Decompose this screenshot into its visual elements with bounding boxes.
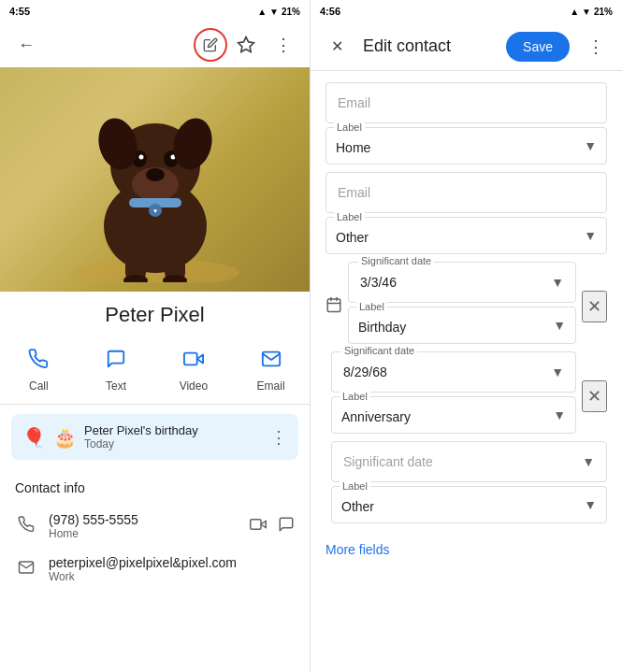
video-call-icon[interactable] xyxy=(250,516,267,537)
contact-name-section: Peter Pixel xyxy=(0,292,310,335)
wifi-icon: ▼ xyxy=(269,7,279,17)
date2-label: Significant date xyxy=(341,345,417,356)
date1-type-dropdown[interactable]: Label Birthday ▼ xyxy=(348,307,576,344)
signal-icon: ▲ xyxy=(257,7,267,17)
top-bar-left: ← ⋮ xyxy=(0,22,310,67)
phone-actions xyxy=(250,516,295,537)
birthday-cake-icon: 🎂 xyxy=(53,426,77,449)
left-panel: 4:55 ▲ ▼ 21% ← ⋮ xyxy=(0,0,311,672)
action-bar: Call Text Video xyxy=(0,335,310,405)
email1-label-value: Home xyxy=(336,136,370,155)
date1-field-wrapper: Significant date 3/3/46 ▼ Label Birthday… xyxy=(348,262,576,351)
edit-contact-title: Edit contact xyxy=(363,36,499,56)
chevron-down-icon-2: ▼ xyxy=(584,228,597,243)
email1-field: Email xyxy=(325,82,607,123)
video-label: Video xyxy=(180,379,208,393)
email2-input[interactable]: Email xyxy=(325,172,607,213)
birthday-title: Peter Pixel's birthday xyxy=(84,423,263,437)
svg-rect-23 xyxy=(327,299,340,312)
chevron-down-icon-3: ▼ xyxy=(553,318,566,333)
date2-field: Significant date 8/29/68 ▼ xyxy=(331,351,576,393)
svg-marker-21 xyxy=(261,521,266,528)
email1-input[interactable]: Email xyxy=(325,82,607,123)
time-right: 4:56 xyxy=(320,6,340,17)
date1-value: 3/3/46 xyxy=(360,275,551,290)
contact-name: Peter Pixel xyxy=(105,303,204,326)
email1-label-header: Label xyxy=(334,122,365,133)
email-row: peterpixel@pixelpixel&pixel.com Work xyxy=(15,548,295,591)
star-icon xyxy=(237,36,255,54)
video-action[interactable]: Video xyxy=(177,342,210,393)
date2-type-dropdown[interactable]: Label Anniversary ▼ xyxy=(331,396,576,434)
balloon-icon: 🎈 xyxy=(22,426,46,449)
sms-icon[interactable] xyxy=(278,516,295,537)
chevron-down-icon-4: ▼ xyxy=(553,407,566,422)
battery-left: 21% xyxy=(282,7,300,17)
more-menu-button-right[interactable]: ⋮ xyxy=(577,28,615,65)
email2-label-value: Other xyxy=(336,226,369,245)
status-bar-right: 4:56 ▲ ▼ 21% xyxy=(311,0,622,22)
status-icons-left: ▲ ▼ 21% xyxy=(257,7,300,17)
email-address: peterpixel@pixelpixel&pixel.com xyxy=(49,555,295,570)
date3-input[interactable]: Significant date ▼ xyxy=(331,441,607,482)
date3-type-dropdown[interactable]: Label Other ▼ xyxy=(331,486,607,523)
edit-icon-circle[interactable] xyxy=(194,28,227,62)
date2-type-label: Label xyxy=(340,391,370,402)
text-action[interactable]: Text xyxy=(99,342,133,393)
svg-point-8 xyxy=(139,155,144,160)
close-button[interactable]: ✕ xyxy=(318,28,355,65)
wifi-icon-right: ▼ xyxy=(582,7,591,17)
chevron-down-icon-date3: ▼ xyxy=(582,454,595,469)
chevron-down-icon-date1: ▼ xyxy=(551,275,564,290)
phone-label: Home xyxy=(49,527,239,540)
text-icon xyxy=(99,342,133,376)
contact-info-title: Contact info xyxy=(15,480,295,495)
birthday-date: Today xyxy=(84,437,263,450)
email-info: peterpixel@pixelpixel&pixel.com Work xyxy=(49,555,295,583)
birthday-info: Peter Pixel's birthday Today xyxy=(84,423,263,450)
contact-info-section: Contact info (978) 555-5555 Home xyxy=(0,469,310,596)
phone-row: (978) 555-5555 Home xyxy=(15,505,295,548)
star-button[interactable] xyxy=(227,26,265,64)
email-label-contact: Work xyxy=(49,570,295,583)
date3-field-wrapper: Significant date ▼ Label Other ▼ xyxy=(331,441,607,531)
delete-date2-button[interactable]: ✕ xyxy=(582,380,607,412)
delete-date1-button[interactable]: ✕ xyxy=(582,291,607,322)
back-icon: ← xyxy=(18,36,35,55)
call-icon xyxy=(22,342,55,376)
more-menu-button-left[interactable]: ⋮ xyxy=(265,26,302,64)
date3-row: Significant date ▼ Label Other ▼ xyxy=(325,441,607,531)
top-bar-right: ✕ Edit contact Save ⋮ xyxy=(311,22,622,71)
chevron-down-icon-5: ▼ xyxy=(584,497,597,512)
contact-photo: ♥ xyxy=(0,67,311,292)
time-left: 4:55 xyxy=(9,6,30,17)
text-label: Text xyxy=(106,379,126,393)
date2-value: 8/29/68 xyxy=(343,365,551,379)
signal-icon-right: ▲ xyxy=(570,7,579,17)
email2-label-dropdown[interactable]: Label Other ▼ xyxy=(325,217,607,254)
more-fields-button[interactable]: More fields xyxy=(325,535,607,565)
back-button[interactable]: ← xyxy=(7,26,45,64)
call-action[interactable]: Call xyxy=(22,342,55,393)
call-label: Call xyxy=(29,379,49,393)
birthday-banner[interactable]: 🎈 🎂 Peter Pixel's birthday Today ⋮ xyxy=(11,414,298,460)
birthday-more-button[interactable]: ⋮ xyxy=(270,427,287,448)
email1-label-dropdown[interactable]: Label Home ▼ xyxy=(325,127,607,164)
phone-info: (978) 555-5555 Home xyxy=(49,512,239,540)
date1-label: Significant date xyxy=(358,255,434,266)
email2-placeholder: Email xyxy=(338,185,370,200)
date2-input[interactable]: Significant date 8/29/68 ▼ xyxy=(331,351,576,393)
date1-type-label: Label xyxy=(356,301,387,312)
date1-input[interactable]: Significant date 3/3/46 ▼ xyxy=(348,262,576,303)
right-panel: 4:56 ▲ ▼ 21% ✕ Edit contact Save ⋮ Email… xyxy=(311,0,622,672)
svg-rect-22 xyxy=(251,519,261,529)
date3-type-label: Label xyxy=(340,480,370,492)
edit-form: Email Label Home ▼ Email Label Other ▼ xyxy=(311,71,622,672)
email-action[interactable]: Email xyxy=(254,342,288,393)
date2-row: Significant date 8/29/68 ▼ Label Anniver… xyxy=(325,351,607,441)
video-icon xyxy=(177,342,210,376)
svg-marker-19 xyxy=(197,354,203,363)
save-button[interactable]: Save xyxy=(506,32,570,62)
date1-row: Significant date 3/3/46 ▼ Label Birthday… xyxy=(325,262,607,351)
date3-type-value: Other xyxy=(341,495,374,514)
